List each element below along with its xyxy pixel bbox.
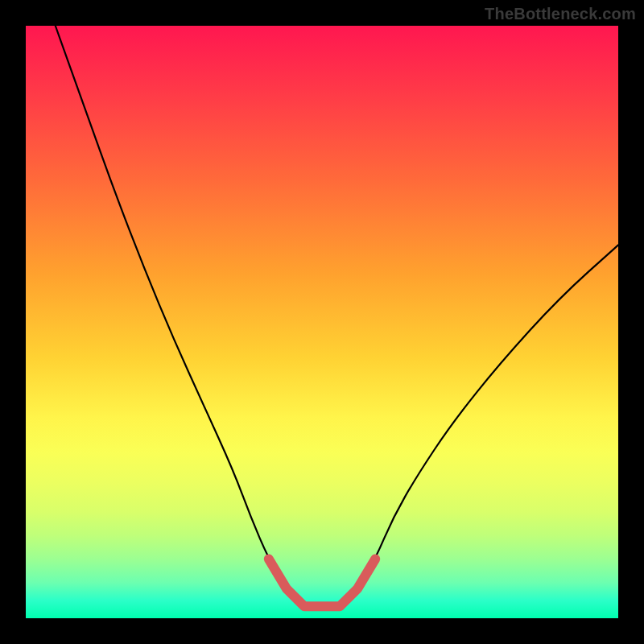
watermark-text: TheBottleneck.com [485,5,636,23]
sweet-spot-marker [269,559,375,606]
chart-svg [26,26,618,618]
chart-frame: TheBottleneck.com [0,0,644,644]
chart-plot-area [26,26,618,618]
bottleneck-curve [56,26,618,606]
